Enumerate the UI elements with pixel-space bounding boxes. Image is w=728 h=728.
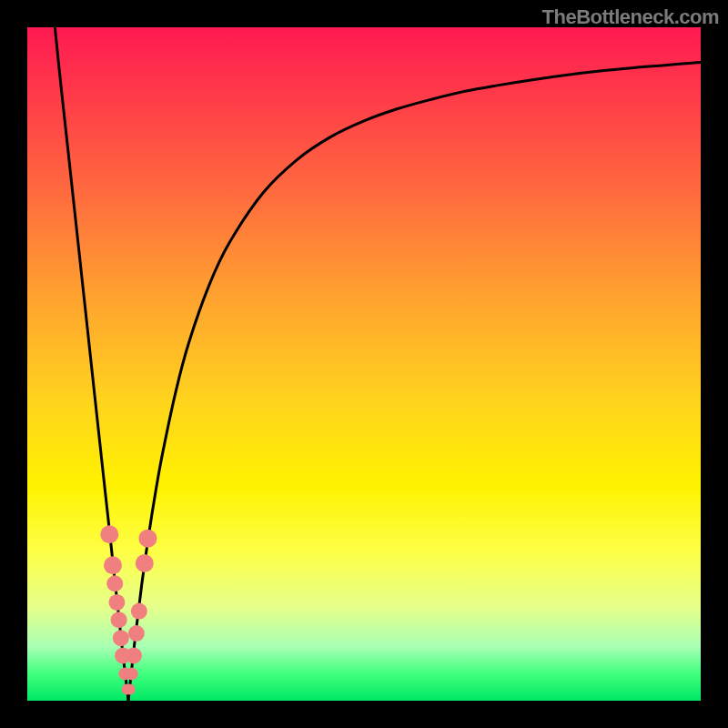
data-dot [104, 556, 122, 574]
data-dot [113, 630, 129, 646]
data-dot [136, 554, 154, 572]
data-dot [111, 612, 127, 628]
plot-area [27, 27, 701, 701]
data-dot [126, 647, 142, 663]
data-dot [131, 603, 147, 620]
curve-right-branch [128, 62, 701, 701]
data-dot [100, 525, 118, 543]
watermark-text: TheBottleneck.com [542, 5, 719, 29]
data-dot [138, 530, 157, 548]
data-dot [126, 667, 138, 680]
chart-svg [27, 27, 701, 701]
data-dot [124, 683, 135, 694]
chart-frame: TheBottleneck.com [0, 0, 728, 728]
data-dot [128, 625, 145, 642]
data-dot [108, 594, 125, 611]
data-dot [106, 575, 123, 592]
